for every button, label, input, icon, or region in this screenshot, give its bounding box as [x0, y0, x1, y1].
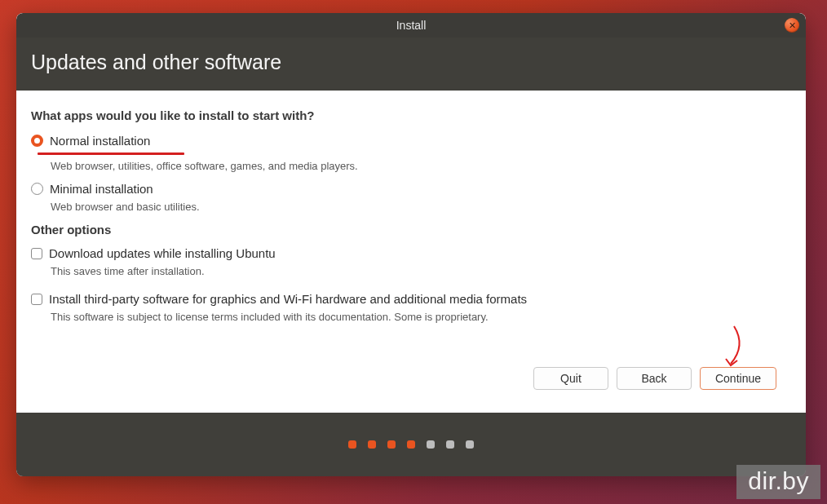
button-row: Quit Back Continue [31, 367, 791, 405]
option-label: Install third-party software for graphic… [49, 292, 527, 306]
install-option-desc: Web browser, utilities, office software,… [51, 160, 791, 172]
other-options-title: Other options [31, 223, 791, 237]
content: What apps would you like to install to s… [16, 91, 806, 413]
install-option-label: Minimal installation [50, 182, 153, 196]
progress-dot [368, 440, 376, 449]
progress-dot [407, 440, 415, 449]
radio-icon [31, 183, 43, 195]
quit-button[interactable]: Quit [533, 367, 608, 390]
close-button[interactable]: ✕ [785, 18, 799, 33]
option-label: Download updates while installing Ubuntu [49, 246, 276, 260]
progress-dot [348, 440, 356, 449]
install-option-label: Normal installation [50, 134, 150, 148]
install-option-desc: Web browser and basic utilities. [51, 201, 791, 213]
titlebar: Install ✕ [16, 13, 806, 38]
install-option-minimal[interactable]: Minimal installation [31, 182, 791, 196]
watermark: dir.by [736, 465, 820, 499]
progress-footer [16, 413, 806, 476]
window-title: Install [396, 19, 427, 32]
option-third-party[interactable]: Install third-party software for graphic… [31, 292, 791, 306]
option-download-updates[interactable]: Download updates while installing Ubuntu [31, 246, 791, 260]
installer-window: Install ✕ Updates and other software Wha… [16, 13, 806, 476]
progress-dot [466, 440, 474, 449]
option-desc: This saves time after installation. [51, 265, 791, 277]
radio-icon [31, 135, 43, 147]
install-question: What apps would you like to install to s… [31, 108, 791, 122]
page-header: Updates and other software [16, 38, 806, 91]
checkbox-icon [31, 248, 42, 259]
back-button[interactable]: Back [617, 367, 692, 390]
page-title: Updates and other software [31, 51, 281, 73]
progress-dot [427, 440, 435, 449]
progress-dot [387, 440, 396, 449]
checkbox-icon [31, 294, 42, 305]
continue-button[interactable]: Continue [700, 367, 776, 390]
progress-dot [446, 440, 454, 449]
install-option-normal[interactable]: Normal installation [31, 134, 791, 148]
close-icon: ✕ [789, 20, 796, 31]
highlight-underline [38, 153, 184, 155]
option-desc: This software is subject to license term… [51, 311, 791, 323]
